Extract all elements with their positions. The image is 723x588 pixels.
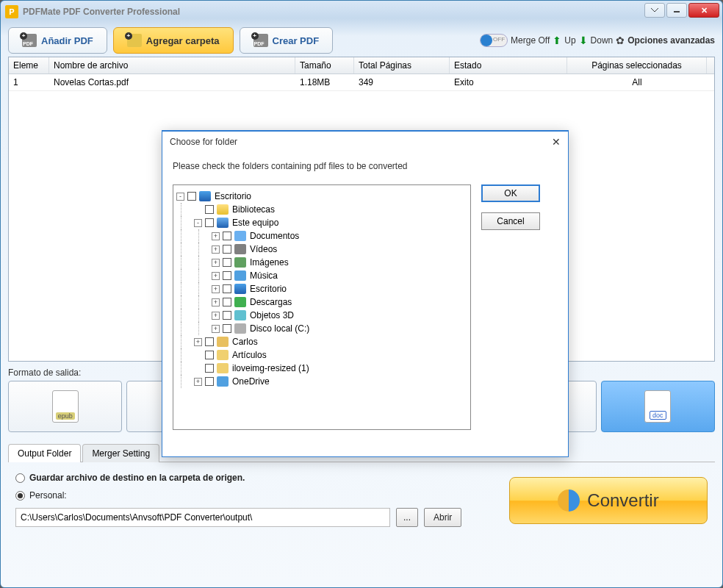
checkbox[interactable] [223,324,231,333]
convert-icon [558,490,580,512]
tree-item-label: Carlos [232,337,258,347]
docs-icon [234,231,246,241]
checkbox[interactable] [205,205,214,214]
ok-button[interactable]: OK [481,184,540,202]
expand-icon[interactable]: + [212,285,220,293]
tree-item[interactable]: -Este equipo [176,216,467,229]
videos-icon [234,244,246,254]
desktop-icon [199,191,211,201]
folder-icon [217,350,229,360]
checkbox[interactable] [223,298,231,306]
tree-item[interactable]: +Imágenes [176,256,467,269]
tree-item-label: Artículos [232,350,267,360]
tree-item-label: OneDrive [232,376,270,387]
collapse-icon[interactable]: - [176,193,184,201]
radio-icon [15,491,25,501]
expand-icon[interactable]: + [212,325,220,333]
expand-icon[interactable]: + [212,259,220,267]
checkbox[interactable] [223,284,231,293]
col-selected[interactable]: Páginas seleccionadas [567,57,707,74]
format-doc[interactable]: doc [601,381,715,432]
tree-item[interactable]: +Vídeos [176,243,467,256]
tree-item[interactable]: +Carlos [176,335,467,348]
tree-item-label: Documentos [250,231,299,241]
cancel-button[interactable]: Cancel [481,212,540,230]
dialog-close-icon[interactable]: ✕ [552,136,561,148]
tree-item[interactable]: +Documentos [176,229,467,243]
tree-item[interactable]: Bibliotecas [176,203,467,216]
tree-item[interactable]: Artículos [176,348,467,362]
down-arrow-icon[interactable]: ⬇ [579,35,588,46]
tree-item[interactable]: +Objetos 3D [176,309,467,322]
merge-toggle[interactable]: OFF [480,34,508,47]
up-arrow-icon[interactable]: ⬆ [553,35,561,46]
expand-icon[interactable]: + [212,298,220,306]
option-custom-folder[interactable]: Personal: [15,490,509,501]
tab-merger-setting[interactable]: Merger Setting [82,444,159,462]
titlebar: P PDFMate PDF Converter Professional ✕ [1,1,722,23]
checkbox[interactable] [205,218,214,227]
expand-icon[interactable]: + [194,378,202,386]
folder-tree[interactable]: -EscritorioBibliotecas-Este equipo+Docum… [173,184,471,430]
checkbox[interactable] [223,245,231,254]
advanced-label[interactable]: Opciones avanzadas [627,35,715,46]
up-label[interactable]: Up [564,35,575,46]
checkbox[interactable] [223,258,231,267]
tree-item[interactable]: +Música [176,269,467,282]
add-pdf-button[interactable]: + Añadir PDF [8,27,107,54]
table-row[interactable]: 1 Novelas Cortas.pdf 1.18MB 349 Exito Al… [9,74,714,91]
checkbox[interactable] [205,364,214,373]
checkbox[interactable] [223,311,231,320]
tree-item[interactable]: iloveimg-resized (1) [176,362,467,375]
tree-item-label: Bibliotecas [232,204,275,215]
tree-item[interactable]: +Disco local (C:) [176,322,467,335]
user-icon [217,337,229,347]
checkbox[interactable] [205,337,214,346]
tree-item-label: Descargas [250,297,292,307]
expand-icon[interactable]: + [212,312,220,320]
tree-item[interactable]: -Escritorio [176,190,467,203]
app-title: PDFMate PDF Converter Professional [23,7,644,17]
tree-item-label: Escritorio [250,284,287,294]
tab-output-folder[interactable]: Output Folder [8,444,81,462]
open-button[interactable]: Abrir [424,508,461,527]
col-index[interactable]: Eleme [9,57,49,74]
col-state[interactable]: Estado [450,57,567,74]
expand-icon[interactable]: + [212,245,220,254]
desktop-icon [234,284,246,294]
checkbox[interactable] [187,192,196,201]
close-button[interactable]: ✕ [688,3,719,18]
expand-icon[interactable]: + [194,338,202,346]
tree-item-label: Este equipo [232,218,278,228]
expand-icon[interactable]: + [212,232,220,240]
tree-item-label: Vídeos [250,244,277,254]
checkbox[interactable] [223,232,231,240]
col-name[interactable]: Nombre de archivo [49,57,295,74]
window-dropdown-button[interactable] [644,3,665,18]
checkbox[interactable] [223,271,231,280]
expand-icon[interactable]: + [212,272,220,280]
add-folder-button[interactable]: + Agregar carpeta [113,27,234,54]
collapse-icon[interactable]: - [194,219,202,227]
browse-button[interactable]: ... [396,508,418,527]
tree-item[interactable]: +Descargas [176,295,467,309]
down-label[interactable]: Down [591,35,614,46]
create-pdf-button[interactable]: + Crear PDF [240,27,334,54]
checkbox[interactable] [205,377,214,386]
checkbox[interactable] [205,351,214,359]
toolbar: + Añadir PDF + Agregar carpeta + Crear P… [8,27,715,54]
folder-plus-icon: + [127,34,142,47]
col-size[interactable]: Tamaño [295,57,354,74]
output-path-input[interactable] [15,508,390,527]
gear-icon[interactable]: ✿ [616,35,625,46]
music-icon [234,270,246,281]
minimize-button[interactable] [666,3,687,18]
folder-icon [217,363,229,373]
convert-button[interactable]: Convertir [509,477,708,524]
obj3d-icon [234,310,246,320]
tree-item[interactable]: +OneDrive [176,375,467,388]
tree-item[interactable]: +Escritorio [176,282,467,295]
format-epub[interactable]: epub [8,381,122,432]
col-pages[interactable]: Total Páginas [354,57,450,74]
option-same-folder[interactable]: Guardar archivo de destino en la carpeta… [15,473,509,483]
